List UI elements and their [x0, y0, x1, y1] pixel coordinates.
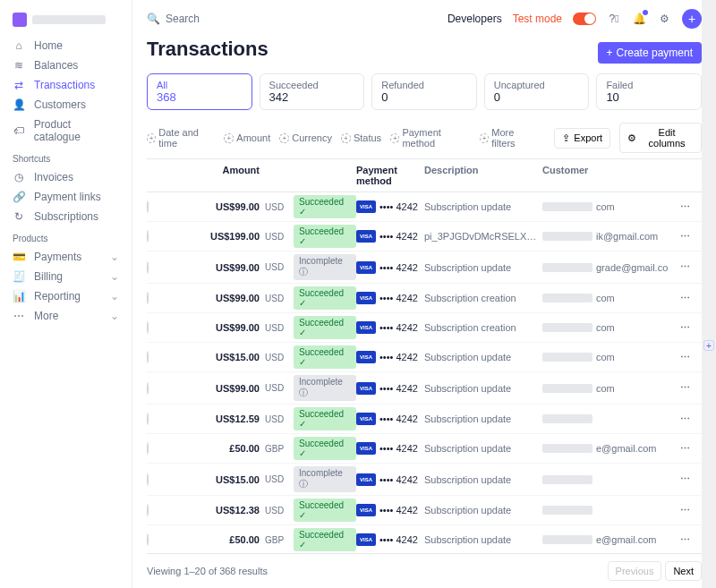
- customer-suffix: com: [596, 383, 615, 394]
- table-row[interactable]: US$99.00 USD Incomplete ⓘ VISA•••• 4242 …: [147, 372, 702, 405]
- table-row[interactable]: £50.00 GBP Succeeded ✓ VISA•••• 4242 Sub…: [147, 434, 702, 464]
- sidebar-item-home[interactable]: ⌂Home: [0, 36, 132, 55]
- table-row[interactable]: US$99.00 USD Succeeded ✓ VISA•••• 4242 S…: [147, 192, 702, 222]
- help-icon[interactable]: ?⃝: [607, 12, 621, 26]
- cell-customer: com: [542, 293, 680, 303]
- cell-payment-method: VISA•••• 4242: [356, 504, 424, 516]
- row-actions-button[interactable]: ⋯: [680, 293, 690, 303]
- filter-amount[interactable]: +Amount: [224, 127, 270, 149]
- table-row[interactable]: US$15.00 USD Succeeded ✓ VISA•••• 4242 S…: [147, 343, 702, 372]
- status-badge: Incomplete ⓘ: [294, 375, 356, 401]
- table-row[interactable]: US$99.00 USD Succeeded ✓ VISA•••• 4242 S…: [147, 313, 702, 343]
- table-row[interactable]: £50.00 GBP Succeeded ✓ VISA•••• 4242 Sub…: [147, 525, 702, 553]
- row-actions-button[interactable]: ⋯: [680, 473, 690, 484]
- row-checkbox[interactable]: [147, 533, 149, 546]
- row-actions-button[interactable]: ⋯: [680, 505, 690, 516]
- stat-card-uncaptured[interactable]: Uncaptured0: [484, 73, 590, 110]
- sidebar-item-balances[interactable]: ≋Balances: [0, 55, 132, 75]
- filter-status[interactable]: +Status: [341, 127, 381, 149]
- row-actions-button[interactable]: ⋯: [680, 231, 690, 242]
- cell-payment-method: VISA•••• 4242: [356, 321, 424, 334]
- table-row[interactable]: US$15.00 USD Incomplete ⓘ VISA•••• 4242 …: [147, 464, 702, 496]
- stat-card-all[interactable]: All368: [147, 73, 252, 110]
- chevron-down-icon: ⌄: [110, 251, 119, 263]
- create-payment-button[interactable]: + Create payment: [598, 42, 702, 64]
- edit-columns-button[interactable]: ⚙ Edit columns: [619, 123, 702, 153]
- sidebar-item-more[interactable]: ⋯More⌄: [0, 306, 132, 326]
- row-checkbox[interactable]: [147, 473, 149, 486]
- cell-description: Subscription update: [424, 534, 542, 545]
- table-body[interactable]: US$99.00 USD Succeeded ✓ VISA•••• 4242 S…: [147, 192, 702, 553]
- row-checkbox[interactable]: [147, 351, 149, 363]
- row-checkbox[interactable]: [147, 292, 149, 304]
- filter-payment-method[interactable]: +Payment method: [390, 127, 471, 149]
- filter-label: More filters: [491, 127, 536, 149]
- row-checkbox[interactable]: [147, 261, 149, 274]
- sidebar-item-payments[interactable]: 💳Payments⌄: [0, 247, 132, 267]
- sidebar-item-label: More: [34, 310, 58, 322]
- filter-currency[interactable]: +Currency: [279, 127, 332, 149]
- sidebar-item-label: Home: [34, 39, 63, 52]
- row-actions-button[interactable]: ⋯: [680, 443, 690, 454]
- sidebar-item-billing[interactable]: 🧾Billing⌄: [0, 267, 132, 286]
- create-icon[interactable]: +: [682, 9, 702, 29]
- filter-more-filters[interactable]: +More filters: [480, 127, 536, 149]
- stat-value: 0: [494, 90, 580, 104]
- card-last4: •••• 4242: [379, 474, 418, 485]
- search-input[interactable]: 🔍 Search: [147, 13, 200, 25]
- customer-suffix: e@gmail.com: [596, 534, 656, 545]
- sidebar-item-reporting[interactable]: 📊Reporting⌄: [0, 286, 132, 306]
- cell-currency: USD: [265, 414, 294, 424]
- previous-button[interactable]: Previous: [608, 561, 662, 581]
- notifications-icon[interactable]: 🔔: [632, 12, 646, 26]
- visa-icon: VISA: [356, 261, 376, 274]
- sidebar-item-product-catalogue[interactable]: 🏷Product catalogue: [0, 115, 132, 147]
- row-actions-button[interactable]: ⋯: [680, 322, 690, 333]
- row-actions-button[interactable]: ⋯: [680, 413, 690, 424]
- status-badge: Succeeded ✓: [294, 437, 356, 460]
- row-checkbox[interactable]: [147, 321, 149, 334]
- sidebar-item-transactions[interactable]: ⇄Transactions: [0, 75, 132, 95]
- row-checkbox[interactable]: [147, 413, 149, 425]
- sidebar-item-payment-links[interactable]: 🔗Payment links: [0, 187, 132, 207]
- customer-suffix: ik@gmail.com: [596, 231, 658, 242]
- row-checkbox[interactable]: [147, 504, 149, 516]
- test-mode-toggle[interactable]: [573, 13, 596, 25]
- sidebar-item-customers[interactable]: 👤Customers: [0, 95, 132, 115]
- sidebar-item-invoices[interactable]: ◷Invoices: [0, 167, 132, 187]
- developers-link[interactable]: Developers: [448, 13, 502, 25]
- rail-add-button[interactable]: +: [703, 340, 714, 351]
- sidebar-item-label: Product catalogue: [34, 118, 119, 143]
- customer-redacted: [542, 353, 592, 362]
- row-actions-button[interactable]: ⋯: [680, 382, 690, 393]
- stat-card-refunded[interactable]: Refunded0: [371, 73, 477, 110]
- row-checkbox[interactable]: [147, 230, 149, 243]
- settings-icon[interactable]: ⚙: [657, 12, 671, 26]
- org-switcher[interactable]: [0, 9, 132, 36]
- row-actions-button[interactable]: ⋯: [680, 261, 690, 272]
- table-row[interactable]: US$99.00 USD Succeeded ✓ VISA•••• 4242 S…: [147, 284, 702, 313]
- table-footer: Viewing 1–20 of 368 results Previous Nex…: [147, 553, 702, 588]
- row-checkbox[interactable]: [147, 200, 149, 213]
- sidebar-item-subscriptions[interactable]: ↻Subscriptions: [0, 207, 132, 226]
- stat-label: Succeeded: [269, 80, 355, 90]
- cell-currency: GBP: [265, 535, 294, 545]
- sidebar-item-label: Payments: [34, 251, 81, 263]
- cell-amount: US$15.00: [166, 474, 265, 485]
- stat-card-failed[interactable]: Failed10: [596, 73, 702, 110]
- table-row[interactable]: US$99.00 USD Incomplete ⓘ VISA•••• 4242 …: [147, 251, 702, 284]
- filter-date-and-time[interactable]: +Date and time: [147, 127, 215, 149]
- row-actions-button[interactable]: ⋯: [680, 201, 690, 212]
- customer-redacted: [542, 384, 592, 393]
- table-row[interactable]: US$12.38 USD Succeeded ✓ VISA•••• 4242 S…: [147, 496, 702, 525]
- row-checkbox[interactable]: [147, 382, 149, 395]
- next-button[interactable]: Next: [665, 561, 702, 581]
- row-checkbox[interactable]: [147, 442, 149, 455]
- col-description: Description: [424, 165, 542, 186]
- table-row[interactable]: US$12.59 USD Succeeded ✓ VISA•••• 4242 S…: [147, 405, 702, 434]
- row-actions-button[interactable]: ⋯: [680, 534, 690, 545]
- export-button[interactable]: ⇪ Export: [554, 128, 610, 149]
- table-row[interactable]: US$199.00 USD Succeeded ✓ VISA•••• 4242 …: [147, 222, 702, 251]
- stat-card-succeeded[interactable]: Succeeded342: [260, 73, 365, 110]
- row-actions-button[interactable]: ⋯: [680, 352, 690, 362]
